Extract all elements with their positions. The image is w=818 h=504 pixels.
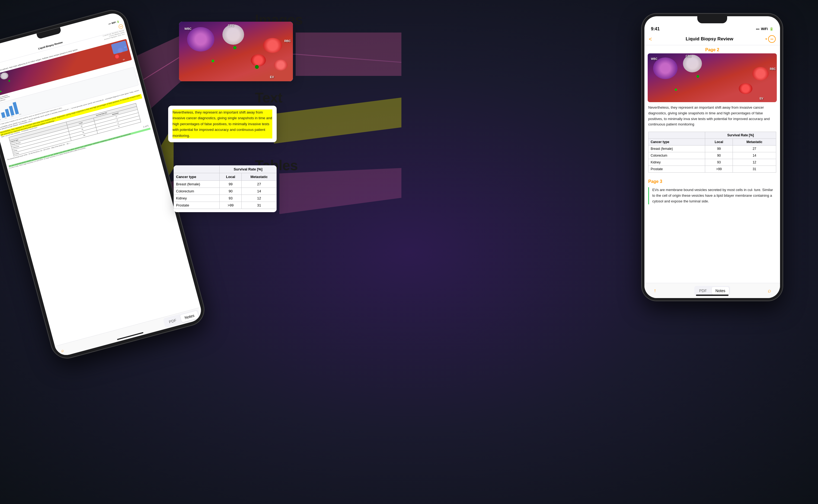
right-status-bar: 9:41 ▪▪▪ WiFi 🔋 [645, 23, 780, 33]
ev-dot-2 [212, 60, 214, 62]
right-content-area: Nevertheless, they represent an importan… [645, 105, 780, 228]
table-popup-sub-meta: Metastatic [242, 173, 277, 181]
right-table-sub-local: Local [705, 139, 733, 146]
right-wbc-label: WBC [651, 57, 658, 60]
right-status-icons: ▪▪▪ WiFi 🔋 [756, 27, 774, 31]
right-more-button[interactable]: ••• [768, 35, 776, 43]
table-row: Prostate >99 31 [174, 202, 277, 209]
text-popup: Nevertheless, they represent an importan… [168, 106, 277, 142]
rbc-cell-2 [251, 54, 266, 66]
right-ev-label: EV [760, 97, 763, 100]
ctc-label: CTC [228, 24, 234, 27]
right-medical-image: CTC WBC RBC EV [648, 53, 777, 102]
popup-medical-image: CTC WBC RBC EV [179, 22, 293, 81]
text-popup-content: Nevertheless, they represent an importan… [172, 109, 272, 138]
right-table-sub-cancer: Cancer type [649, 139, 705, 146]
right-search-icon[interactable]: ⌕ [765, 287, 774, 295]
right-time: 9:41 [651, 27, 660, 31]
right-rbc-label: RBC [770, 67, 776, 70]
text-label: Text [255, 89, 282, 106]
right-home-indicator [696, 295, 729, 296]
left-tab-group: PDF Notes [163, 309, 200, 328]
table-row: Colorectum 90 14 [174, 188, 277, 195]
right-body-text-p2: Nevertheless, they represent an importan… [648, 105, 776, 127]
table-row: Breast (female) 99 27 [649, 146, 776, 152]
rbc-cell-1 [263, 38, 282, 53]
right-app-header[interactable]: < Liquid Biopsy Review ▾ ••• [645, 33, 780, 45]
rbc-cell-3 [274, 60, 288, 70]
right-tab-group: PDF Notes [694, 286, 730, 296]
table-row: Kidney 93 12 [174, 195, 277, 202]
ev-dot-3 [255, 65, 259, 69]
images-popup: CTC WBC RBC EV [179, 22, 293, 81]
right-notes-tab[interactable]: Notes [712, 287, 729, 295]
right-rbc-cell-1 [752, 67, 769, 80]
table-row: Kidney 93 12 [649, 159, 776, 166]
table-row: Colorectum 90 14 [649, 152, 776, 159]
right-ctc-label: CTC [686, 55, 691, 58]
ev-label: EV [270, 75, 274, 79]
wbc-cell [187, 27, 214, 51]
right-share-icon[interactable]: ↑ [651, 287, 659, 295]
table-row: Breast (female) 99 27 [174, 181, 277, 188]
left-bottom-bar: ⌕ PDF Notes [55, 307, 203, 358]
right-pdf-tab[interactable]: PDF [696, 287, 711, 295]
right-back-button[interactable]: < [649, 36, 652, 42]
right-rbc-cell-2 [739, 83, 752, 94]
right-notch [697, 16, 727, 23]
ev-dot-1 [233, 46, 237, 49]
ctc-cell [223, 24, 244, 45]
left-search-icon[interactable]: ⌕ [59, 347, 66, 354]
table-popup-sub-local: Local [220, 173, 242, 181]
rbc-label: RBC [284, 39, 291, 43]
right-title-chevron[interactable]: ▾ [765, 37, 767, 41]
left-phone-screen: 9:41 ▪▪▪ WiFi 🔋 ‹ Liquid Biopsy Review •… [0, 11, 204, 358]
right-phone: 9:41 ▪▪▪ WiFi 🔋 < Liquid Biopsy Review ▾… [642, 14, 783, 301]
svg-marker-5 [279, 168, 401, 214]
right-doc-title: Liquid Biopsy Review [654, 36, 765, 42]
battery-icon: 🔋 [769, 27, 774, 31]
signal-icon: ▪▪▪ [756, 27, 759, 31]
right-table-header-empty [649, 132, 705, 139]
right-survival-table: Survival Rate [%] Cancer type Local Meta… [648, 132, 776, 173]
svg-marker-1 [296, 33, 401, 76]
right-phone-screen: 9:41 ▪▪▪ WiFi 🔋 < Liquid Biopsy Review ▾… [645, 16, 780, 298]
wifi-icon: WiFi [761, 27, 768, 31]
right-table-header-survival: Survival Rate [%] [705, 132, 776, 139]
right-page3-label: Page 3 [648, 176, 776, 185]
right-ev-dot-2 [675, 89, 677, 91]
right-page3-content: EVs are membrane bound vesicles secreted… [648, 187, 776, 204]
table-popup-header-survival: Survival Rate [%] [220, 166, 277, 173]
right-table-sub-meta: Metastatic [733, 139, 776, 146]
tables-popup: Survival Rate [%] Cancer type Local Meta… [173, 165, 277, 212]
right-ev-dot-1 [697, 75, 699, 78]
wbc-label: WBC [184, 27, 191, 30]
right-page2-label: Page 2 [645, 45, 780, 53]
table-row: Prostate >99 31 [649, 166, 776, 173]
table-popup-header-cancer [174, 166, 220, 173]
left-notes-tab[interactable]: Notes [180, 311, 199, 322]
svg-marker-3 [274, 98, 401, 144]
table-popup-sub-cancer: Cancer type [174, 173, 220, 181]
left-pdf-tab[interactable]: PDF [164, 315, 181, 327]
right-wbc-cell [653, 57, 678, 79]
